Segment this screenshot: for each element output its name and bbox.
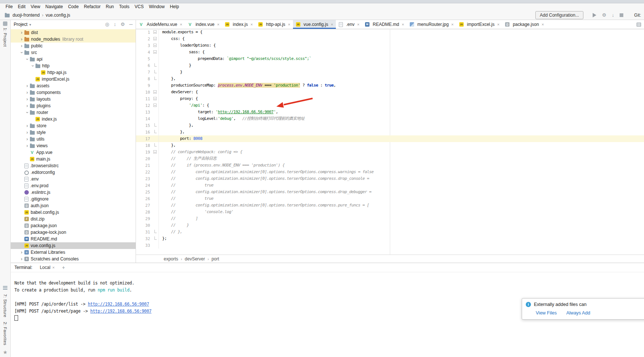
code-text[interactable]: } <box>159 62 191 69</box>
code-text[interactable]: devServer: { <box>159 89 198 95</box>
run-icon[interactable] <box>593 13 596 17</box>
tab-index.js[interactable]: index.js <box>222 20 255 29</box>
menu-item-edit[interactable]: Edit <box>15 3 28 10</box>
code-text[interactable]: // 'console.log' <box>159 209 234 215</box>
tab-index.vue[interactable]: index.vue <box>185 20 222 29</box>
code-text[interactable]: target: 'http://192.168.66.56:9007', <box>159 109 278 115</box>
code-text[interactable]: module.exports = { <box>159 29 202 36</box>
code-text[interactable]: sass: { <box>159 49 204 55</box>
tree-item-package-lock.json[interactable]: package-lock.json <box>11 229 136 236</box>
code-text[interactable]: // config.optimization.minimizer[0].opti… <box>159 189 371 195</box>
close-icon[interactable] <box>52 265 54 270</box>
tree-item-.eslintrc.js[interactable]: .eslintrc.js <box>11 189 136 196</box>
code-text[interactable]: // } <box>159 222 189 229</box>
tree-item-public[interactable]: public <box>11 43 136 49</box>
tree-item-importExcel.js[interactable]: importExcel.js <box>11 76 136 82</box>
favorites-star-icon[interactable]: ★ <box>3 350 8 355</box>
chevron-down-icon[interactable] <box>30 64 35 68</box>
close-icon[interactable] <box>251 22 253 27</box>
tab-package.json[interactable]: package.json <box>502 20 546 29</box>
close-icon[interactable] <box>331 22 333 27</box>
fold-icon[interactable] <box>152 102 159 109</box>
stop-icon[interactable] <box>620 13 623 17</box>
breadcrumb-file[interactable]: vue.config.js <box>45 13 71 18</box>
close-icon[interactable] <box>451 22 453 27</box>
close-icon[interactable] <box>217 22 219 27</box>
code-text[interactable]: // ] <box>159 215 198 222</box>
code-text[interactable]: // true <box>159 195 214 202</box>
code-text[interactable]: css: { <box>159 36 184 42</box>
terminal-cursor[interactable] <box>14 315 18 321</box>
chevron-right-icon[interactable] <box>19 37 24 42</box>
close-icon[interactable] <box>402 22 404 27</box>
chevron-right-icon[interactable] <box>25 143 30 148</box>
tree-item-App.vue[interactable]: App.vue <box>11 149 136 156</box>
update-project-icon[interactable]: ↓ <box>612 13 614 17</box>
close-icon[interactable] <box>180 22 182 27</box>
chevron-right-icon[interactable] <box>25 103 30 108</box>
project-panel-title[interactable]: Project <box>14 22 31 27</box>
code-text[interactable]: // config.optimization.minimizer[0].opti… <box>159 169 374 175</box>
tree-item-.browserslistrc[interactable]: .browserslistrc <box>11 162 136 169</box>
chevron-right-icon[interactable] <box>19 250 24 255</box>
fold-icon[interactable] <box>152 62 159 69</box>
code-text[interactable]: // config.optimization.minimizer[0].opti… <box>159 202 369 209</box>
favorites-stripe-label[interactable]: 2: Favorites <box>3 322 7 345</box>
code-text[interactable]: '/api': { <box>159 102 209 109</box>
tree-item-style[interactable]: style <box>11 129 136 136</box>
close-icon[interactable] <box>497 22 499 27</box>
fold-icon[interactable] <box>152 229 159 235</box>
code-editor[interactable]: 1module.exports = {2 css: {3 loaderOptio… <box>136 29 644 255</box>
code-text[interactable]: }, <box>159 75 176 82</box>
fold-icon[interactable] <box>152 69 159 75</box>
hide-panel-icon[interactable]: ─ <box>129 21 133 27</box>
menu-item-code[interactable]: Code <box>65 3 81 10</box>
fold-icon[interactable] <box>152 29 159 36</box>
code-text[interactable]: loaderOptions: { <box>159 42 216 49</box>
tab-menuRouter.jpg[interactable]: menuRouter.jpg <box>407 20 456 29</box>
terminal-tab-local[interactable]: Local <box>38 264 57 271</box>
tab-importExcel.js[interactable]: importExcel.js <box>456 20 502 29</box>
tree-item-.gitignore[interactable]: .gitignore <box>11 196 136 202</box>
tree-item-components[interactable]: components <box>11 89 136 96</box>
menu-item-view[interactable]: View <box>28 3 43 10</box>
fold-icon[interactable] <box>152 49 159 55</box>
chevron-right-icon[interactable] <box>25 83 30 88</box>
tree-item-utils[interactable]: utils <box>11 136 136 142</box>
fold-icon[interactable] <box>152 122 159 129</box>
code-text[interactable]: // // 生产去除日志 <box>159 155 217 162</box>
code-text[interactable]: proxy: { <box>159 95 198 102</box>
close-icon[interactable] <box>357 22 359 27</box>
tab-.env[interactable]: .env <box>336 20 362 29</box>
tree-item-layouts[interactable]: layouts <box>11 96 136 102</box>
fold-icon[interactable] <box>152 42 159 49</box>
notification-popup[interactable]: Externally added files can View Files Al… <box>522 298 644 320</box>
tree-item-store[interactable]: store <box>11 122 136 129</box>
chevron-down-icon[interactable] <box>19 50 24 55</box>
tree-item-main.js[interactable]: main.js <box>11 156 136 162</box>
tab-http-api.js[interactable]: http-api.js <box>255 20 293 29</box>
tree-item-External Libraries[interactable]: External Libraries <box>11 249 136 256</box>
code-text[interactable]: port: 8008 <box>159 135 202 142</box>
menu-item-tools[interactable]: Tools <box>116 3 132 10</box>
tab-README.md[interactable]: README.md <box>362 20 407 29</box>
project-stripe-button[interactable]: 1: Project <box>0 21 10 47</box>
menu-item-navigate[interactable]: Navigate <box>43 3 65 10</box>
close-icon[interactable] <box>542 22 544 27</box>
tree-item-vue.config.js[interactable]: vue.config.js <box>11 242 136 249</box>
code-text[interactable]: }; <box>159 235 167 242</box>
view-files-link[interactable]: View Files <box>536 310 557 316</box>
panel-settings-gear-icon[interactable]: ⚙ <box>120 21 125 27</box>
fold-icon[interactable] <box>152 95 159 102</box>
breadcrumb-devServer[interactable]: devServer <box>184 256 206 262</box>
code-text[interactable] <box>159 242 162 249</box>
code-text[interactable]: // configureWebpack: config => { <box>159 149 242 155</box>
tree-item-dist[interactable]: dist <box>11 29 136 36</box>
tree-item-package.json[interactable]: package.json <box>11 222 136 229</box>
tree-item-api[interactable]: api <box>11 56 136 63</box>
chevron-right-icon[interactable] <box>19 43 24 48</box>
fold-icon[interactable] <box>152 129 159 135</box>
tab-options-icon[interactable] <box>637 23 641 27</box>
tree-item-.editorconfig[interactable]: .editorconfig <box>11 169 136 176</box>
fold-icon[interactable] <box>152 142 159 149</box>
